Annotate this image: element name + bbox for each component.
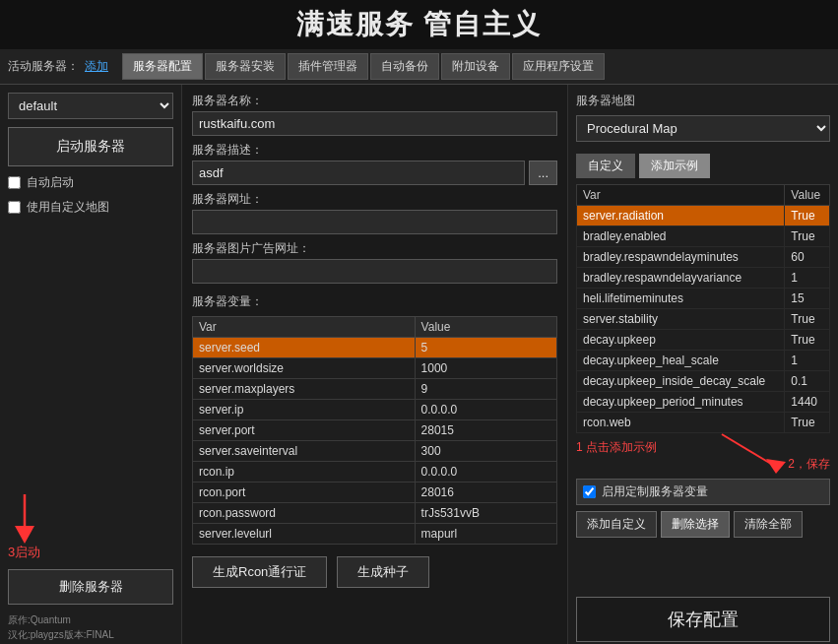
var-cell: rcon.ip xyxy=(193,462,416,483)
sidebar: default 启动服务器 自动启动 使用自定义地图 3启动 删除服务器 xyxy=(0,85,182,644)
tab-server-config[interactable]: 服务器配置 xyxy=(122,53,203,80)
server-name-row: 服务器名称： xyxy=(192,93,557,136)
table-row[interactable]: rcon.ip0.0.0.0 xyxy=(193,462,557,483)
table-row[interactable]: decay.upkeep_period_minutes1440 xyxy=(577,392,830,413)
svg-marker-3 xyxy=(766,459,786,474)
var-cell: server.saveinterval xyxy=(193,441,416,462)
right-var-cell: decay.upkeep_period_minutes xyxy=(577,392,785,413)
right-value-cell: 1 xyxy=(785,351,830,371)
table-row[interactable]: server.worldsize1000 xyxy=(193,358,557,379)
table-row[interactable]: bradley.enabledTrue xyxy=(577,226,830,247)
arrow-down-icon xyxy=(10,494,39,544)
start-server-button[interactable]: 启动服务器 xyxy=(8,127,173,166)
table-row[interactable]: decay.upkeep_heal_scale1 xyxy=(577,351,830,371)
var-cell: rcon.port xyxy=(193,483,416,503)
annotation2: 2，保存 xyxy=(788,456,830,473)
table-row[interactable]: decay.upkeepTrue xyxy=(577,330,830,351)
tab-add-example-button[interactable]: 添加示例 xyxy=(639,154,710,178)
map-section-label: 服务器地图 xyxy=(576,93,830,109)
gen-rcon-button[interactable]: 生成Rcon通行证 xyxy=(192,556,327,588)
custom-var-buttons: 添加自定义 删除选择 清除全部 xyxy=(576,511,830,538)
version-info: 原作:Quantum 汉化:playgzs版本:FINAL xyxy=(8,612,173,642)
table-row[interactable]: server.saveinterval300 xyxy=(193,441,557,462)
map-select[interactable]: Procedural MapBarrenHapisIslandCraggyIsl… xyxy=(576,115,830,142)
custom-map-checkbox[interactable] xyxy=(8,201,21,214)
right-var-header: Var xyxy=(577,185,785,206)
var-cell: server.ip xyxy=(193,400,416,420)
var-cell: server.maxplayers xyxy=(193,379,416,400)
right-var-cell: bradley.respawndelayminutes xyxy=(577,247,785,268)
var-cell: rcon.password xyxy=(193,503,416,524)
table-row[interactable]: rcon.passwordtrJs531vvB xyxy=(193,503,557,524)
config-area: 服务器名称： 服务器描述： ... 服务器网址： 服务器图片广告网址： 服务器变… xyxy=(182,85,567,644)
right-value-cell: 15 xyxy=(785,289,830,309)
right-value-cell: 1 xyxy=(785,268,830,289)
server-img-row: 服务器图片广告网址： xyxy=(192,240,557,284)
delete-server-button[interactable]: 删除服务器 xyxy=(8,569,173,605)
table-row[interactable]: heli.lifetimeminutes15 xyxy=(577,289,830,309)
table-row[interactable]: bradley.respawndelayvariance1 xyxy=(577,268,830,289)
tab-app-settings[interactable]: 应用程序设置 xyxy=(512,53,605,80)
version-line2: 汉化:playgzs版本:FINAL xyxy=(8,627,173,642)
right-value-cell: True xyxy=(785,206,830,226)
server-img-input[interactable] xyxy=(192,259,557,284)
app-title: 满速服务 管自主义 xyxy=(296,9,543,39)
table-row[interactable]: server.maxplayers9 xyxy=(193,379,557,400)
table-row[interactable]: bradley.respawndelayminutes60 xyxy=(577,247,830,268)
table-row[interactable]: server.ip0.0.0.0 xyxy=(193,400,557,420)
enable-custom-vars-checkbox[interactable] xyxy=(583,485,596,498)
tab-auto-backup[interactable]: 自动备份 xyxy=(370,53,439,80)
custom-map-row: 使用自定义地图 xyxy=(8,199,173,216)
right-var-cell: heli.lifetimeminutes xyxy=(577,289,785,309)
clear-all-button[interactable]: 清除全部 xyxy=(734,511,803,538)
table-row[interactable]: server.levelurlmapurl xyxy=(193,524,557,545)
server-desc-row: 服务器描述： ... xyxy=(192,142,557,185)
value-cell: mapurl xyxy=(415,524,556,545)
right-value-cell: True xyxy=(785,413,830,433)
right-value-cell: True xyxy=(785,309,830,330)
server-name-input[interactable] xyxy=(192,111,557,136)
tab-server-install[interactable]: 服务器安装 xyxy=(205,53,286,80)
save-config-button[interactable]: 保存配置 xyxy=(576,597,830,642)
server-desc-input[interactable] xyxy=(192,161,525,185)
bottom-buttons: 生成Rcon通行证 生成种子 xyxy=(192,550,557,594)
tab-extra-devices[interactable]: 附加设备 xyxy=(441,53,510,80)
value-cell: 0.0.0.0 xyxy=(415,400,556,420)
table-row[interactable]: server.port28015 xyxy=(193,420,557,441)
step3-row: 3启动 xyxy=(8,494,173,561)
step3-label: 3启动 xyxy=(8,544,40,561)
table-row[interactable]: decay.upkeep_inside_decay_scale0.1 xyxy=(577,371,830,392)
table-row[interactable]: rcon.webTrue xyxy=(577,413,830,433)
server-select[interactable]: default xyxy=(8,93,173,119)
server-desc-label: 服务器描述： xyxy=(192,142,557,159)
var-cell: server.levelurl xyxy=(193,524,416,545)
value-cell: 0.0.0.0 xyxy=(415,462,556,483)
gen-seed-button[interactable]: 生成种子 xyxy=(337,556,429,588)
right-panel-table: Var Value server.radiationTruebradley.en… xyxy=(576,184,830,433)
value-cell: trJs531vvB xyxy=(415,503,556,524)
desc-dots-button[interactable]: ... xyxy=(529,161,557,185)
server-url-input[interactable] xyxy=(192,210,557,234)
delete-select-button[interactable]: 删除选择 xyxy=(661,511,730,538)
tab-custom-button[interactable]: 自定义 xyxy=(576,154,635,178)
right-value-cell: True xyxy=(785,226,830,247)
value-cell: 300 xyxy=(415,441,556,462)
table-row[interactable]: server.radiationTrue xyxy=(577,206,830,226)
value-cell: 9 xyxy=(415,379,556,400)
table-row[interactable]: server.seed5 xyxy=(193,338,557,358)
autostart-label: 自动启动 xyxy=(27,174,74,191)
right-value-cell: 60 xyxy=(785,247,830,268)
autostart-checkbox[interactable] xyxy=(8,176,21,189)
add-custom-button[interactable]: 添加自定义 xyxy=(576,511,657,538)
version-line1: 原作:Quantum xyxy=(8,612,173,627)
var-cell: server.worldsize xyxy=(193,358,416,379)
value-cell: 1000 xyxy=(415,358,556,379)
table-row[interactable]: server.stabilityTrue xyxy=(577,309,830,330)
tab-plugin-manager[interactable]: 插件管理器 xyxy=(288,53,368,80)
add-server-link[interactable]: 添加 xyxy=(85,58,108,75)
custom-tabs: 自定义 添加示例 xyxy=(576,154,830,178)
table-row[interactable]: rcon.port28016 xyxy=(193,483,557,503)
svg-marker-1 xyxy=(15,526,34,544)
right-var-cell: bradley.enabled xyxy=(577,226,785,247)
value-col-header: Value xyxy=(415,317,556,338)
